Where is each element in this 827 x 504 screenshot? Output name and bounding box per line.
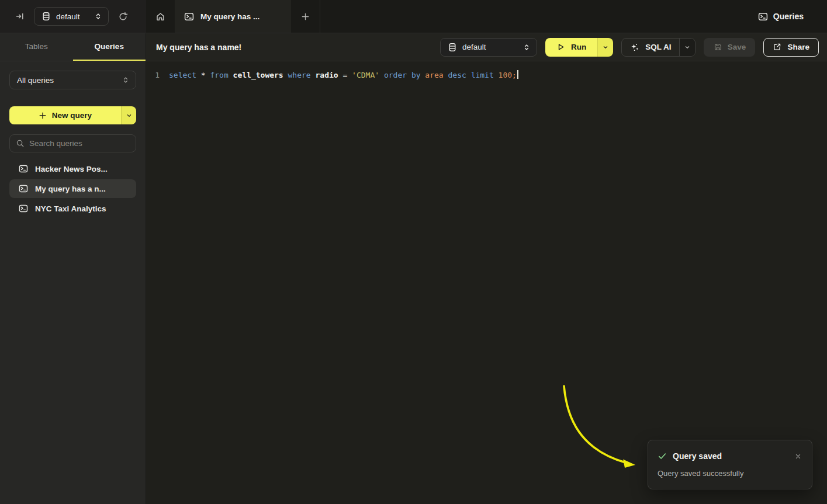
save-button[interactable]: Save bbox=[704, 38, 755, 57]
run-dropdown-button[interactable] bbox=[597, 38, 613, 57]
sql-token: = bbox=[338, 71, 352, 79]
sql-token: order bbox=[384, 71, 407, 79]
toolbar-database-value: default bbox=[462, 43, 517, 51]
run-button-label: Run bbox=[571, 43, 586, 51]
refresh-button[interactable] bbox=[116, 9, 130, 24]
close-icon bbox=[795, 453, 801, 460]
new-query-dropdown-button[interactable] bbox=[121, 106, 136, 124]
toast-message: Query saved successfully bbox=[658, 469, 802, 478]
sidebar: Tables Queries All queries New query bbox=[0, 33, 146, 504]
check-icon bbox=[658, 451, 667, 461]
query-list-item[interactable]: NYC Taxi Analytics bbox=[9, 199, 136, 218]
app-root: default My query has ... bbox=[0, 0, 827, 504]
sql-ai-label: SQL AI bbox=[645, 43, 671, 51]
new-query-button[interactable]: New query bbox=[9, 106, 121, 124]
all-queries-selector[interactable]: All queries bbox=[9, 71, 136, 89]
sql-token: limit bbox=[471, 71, 494, 79]
code-line-content: select * from cell_towers where radio = … bbox=[169, 69, 518, 81]
share-button-label: Share bbox=[787, 43, 809, 51]
sql-token: by bbox=[411, 71, 421, 79]
database-icon bbox=[448, 43, 457, 52]
sidebar-tabs: Tables Queries bbox=[0, 33, 146, 61]
query-tab[interactable]: My query has ... bbox=[175, 0, 291, 33]
share-button[interactable]: Share bbox=[763, 38, 819, 57]
sql-token: cell_towers bbox=[233, 71, 283, 79]
sql-ai-button[interactable]: SQL AI bbox=[622, 39, 679, 56]
all-queries-value: All queries bbox=[17, 76, 116, 85]
toast-close-button[interactable] bbox=[794, 452, 802, 461]
line-number: 1 bbox=[154, 69, 160, 81]
sql-token: from bbox=[210, 71, 228, 79]
tab-queries[interactable]: Queries bbox=[73, 33, 146, 61]
tabbar: My query has ... Queries bbox=[146, 0, 827, 33]
chevron-updown-icon bbox=[94, 12, 102, 20]
query-search bbox=[9, 134, 136, 152]
collapse-sidebar-button[interactable] bbox=[13, 9, 27, 23]
query-item-label: Hacker News Pos... bbox=[35, 165, 108, 173]
sql-editor[interactable]: 1 select * from cell_towers where radio … bbox=[146, 61, 827, 504]
collapse-sidebar-icon bbox=[15, 12, 25, 21]
query-tab-label: My query has ... bbox=[200, 12, 259, 21]
topbar-left: default bbox=[0, 0, 146, 33]
run-split-button: Run bbox=[545, 38, 613, 57]
new-query-label: New query bbox=[52, 111, 92, 120]
queries-header-label: Queries bbox=[773, 12, 804, 21]
sql-token bbox=[407, 71, 411, 79]
toast-query-saved: Query saved Query saved successfully bbox=[648, 440, 812, 489]
toast-title: Query saved bbox=[673, 451, 722, 461]
save-icon bbox=[714, 43, 722, 51]
toast-header: Query saved bbox=[658, 451, 802, 461]
topbar-database-selector[interactable]: default bbox=[34, 7, 109, 26]
query-item-label: My query has a n... bbox=[35, 185, 106, 193]
tab-tables[interactable]: Tables bbox=[0, 33, 73, 61]
share-icon bbox=[773, 43, 781, 51]
query-terminal-icon bbox=[19, 204, 28, 213]
sql-token bbox=[494, 71, 499, 79]
refresh-icon bbox=[118, 12, 128, 22]
topbar-database-value: default bbox=[56, 12, 89, 21]
sql-token bbox=[229, 71, 233, 79]
query-terminal-icon bbox=[758, 12, 768, 22]
sparkles-icon bbox=[630, 43, 639, 52]
home-button[interactable] bbox=[146, 0, 175, 33]
sql-token: 100 bbox=[499, 71, 512, 79]
database-icon bbox=[41, 12, 51, 21]
code-line: 1 select * from cell_towers where radio … bbox=[146, 69, 827, 81]
sql-ai-split-button: SQL AI bbox=[621, 38, 695, 57]
play-icon bbox=[556, 43, 565, 51]
run-button[interactable]: Run bbox=[545, 38, 597, 57]
sql-token: radio bbox=[315, 71, 338, 79]
toolbar: default Run bbox=[440, 38, 819, 57]
new-tab-button[interactable] bbox=[291, 0, 320, 33]
sql-token: where bbox=[288, 71, 311, 79]
sql-token bbox=[466, 71, 471, 79]
sidebar-body: All queries New query bbox=[0, 61, 146, 227]
query-list-item[interactable]: Hacker News Pos... bbox=[9, 159, 136, 178]
plus-icon bbox=[301, 12, 310, 21]
sql-token: ; bbox=[512, 71, 517, 79]
sql-ai-dropdown-button[interactable] bbox=[679, 39, 695, 56]
sql-token bbox=[196, 71, 201, 79]
search-queries-input[interactable] bbox=[29, 139, 130, 148]
main-header: My query has a name! default Run bbox=[146, 33, 827, 61]
chevron-updown-icon bbox=[122, 76, 130, 84]
chevron-updown-icon bbox=[523, 43, 531, 51]
text-cursor bbox=[517, 70, 518, 79]
query-list: Hacker News Pos... My query has a n... N… bbox=[9, 159, 136, 218]
plus-icon bbox=[39, 112, 47, 120]
toolbar-database-selector[interactable]: default bbox=[440, 38, 537, 57]
query-terminal-icon bbox=[19, 164, 28, 173]
query-list-item-selected[interactable]: My query has a n... bbox=[9, 179, 136, 198]
save-button-label: Save bbox=[728, 43, 746, 51]
topbar: default My query has ... bbox=[0, 0, 827, 33]
search-icon bbox=[16, 139, 25, 148]
sql-token: select bbox=[169, 71, 196, 79]
query-terminal-icon bbox=[19, 184, 28, 193]
sql-token bbox=[444, 71, 448, 79]
sql-token bbox=[379, 71, 384, 79]
page-title: My query has a name! bbox=[156, 43, 241, 52]
chevron-down-icon bbox=[602, 44, 609, 51]
sql-token: desc bbox=[448, 71, 466, 79]
sql-token bbox=[283, 71, 288, 79]
query-terminal-icon bbox=[184, 12, 194, 22]
